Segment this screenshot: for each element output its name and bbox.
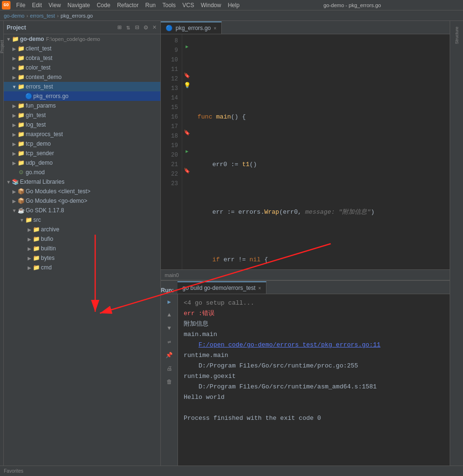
menu-code[interactable]: Code bbox=[94, 1, 113, 10]
toolbar-close-icon[interactable]: × bbox=[152, 23, 158, 32]
menu-vcs[interactable]: VCS bbox=[179, 1, 197, 10]
tree-bufio[interactable]: ▶ 📁 bufio bbox=[4, 234, 160, 244]
run-arrow-line9[interactable]: ▶ bbox=[183, 44, 191, 50]
play-button[interactable]: ▶ bbox=[164, 296, 175, 307]
favorites-label[interactable]: Favorites bbox=[4, 468, 23, 474]
left-sidebar-strip: Project bbox=[0, 21, 4, 466]
wrap-text-button[interactable]: ⇌ bbox=[164, 336, 175, 347]
term-line-1: <4 go setup call... bbox=[184, 298, 444, 308]
delete-button[interactable]: 🗑 bbox=[164, 376, 175, 387]
scroll-up-button[interactable]: ▲ bbox=[164, 309, 175, 321]
tree-external-libs[interactable]: ▼ 📚 External Libraries bbox=[4, 177, 160, 187]
project-tree: ▼ 📁 go-demo F:\open_code\go-demo ▶ 📁 cli… bbox=[4, 34, 160, 466]
bulb-line13[interactable]: 💡 bbox=[183, 82, 191, 89]
menu-refactor[interactable]: Refactor bbox=[114, 1, 141, 10]
editor-status-bar: main0 bbox=[161, 269, 450, 280]
run-label: Run: bbox=[161, 287, 174, 294]
term-line-10: Hello world bbox=[184, 392, 444, 403]
toolbar-collapse-icon[interactable]: ⊟ bbox=[134, 22, 140, 32]
tree-udp-demo[interactable]: ▶ 📁 udp_demo bbox=[4, 158, 160, 168]
bottom-tab-label: go build go-demo/errors_test bbox=[182, 285, 255, 291]
tree-log-test[interactable]: ▶ 📁 log_test bbox=[4, 120, 160, 129]
menu-window[interactable]: Window bbox=[198, 1, 224, 10]
bottom-tabs: Run: go build go-demo/errors_test × bbox=[161, 281, 450, 294]
breadcrumb-current-file: pkg_errors.go bbox=[60, 13, 93, 19]
menu-help[interactable]: Help bbox=[225, 1, 243, 10]
menu-edit[interactable]: Edit bbox=[29, 1, 45, 10]
bottom-content: ▶ ▲ ▼ ⇌ 📌 🖨 🗑 <4 go setup call... err :错… bbox=[161, 294, 450, 466]
code-line-12: if err != nil { bbox=[197, 255, 450, 265]
menu-view[interactable]: View bbox=[46, 1, 64, 10]
tree-go-sdk[interactable]: ▼ ☕ Go SDK 1.17.8 bbox=[4, 206, 160, 215]
structure-icon[interactable]: Structure bbox=[453, 23, 461, 48]
tree-archive[interactable]: ▶ 📁 archive bbox=[4, 225, 160, 234]
menu-run[interactable]: Run bbox=[142, 1, 158, 10]
term-line-2: err :错误 bbox=[184, 308, 444, 319]
scroll-down-button[interactable]: ▼ bbox=[164, 323, 175, 334]
term-line-6: runtime.main bbox=[184, 350, 444, 361]
window-title: go-demo - pkg_errors.go bbox=[324, 2, 381, 8]
app-logo: GO bbox=[2, 1, 10, 10]
menu-tools[interactable]: Tools bbox=[159, 1, 178, 10]
code-line-10: err0 := t1 () bbox=[197, 160, 450, 169]
project-panel-title: Project bbox=[7, 24, 26, 31]
term-line-12: Process finished with the exit code 0 bbox=[184, 413, 444, 424]
main-content: Project Project ⊞ ⇅ ⊟ ⚙ × ▼ 📁 go-demo bbox=[0, 21, 463, 466]
toolbar-settings-icon[interactable]: ⊞ bbox=[117, 22, 122, 32]
bottom-tab-close-icon[interactable]: × bbox=[258, 286, 261, 291]
tree-cmd[interactable]: ▶ 📁 cmd bbox=[4, 263, 160, 272]
favorites-strip: Favorites bbox=[0, 466, 463, 476]
file-link[interactable]: F:/open_code/go-demo/errors_test/pkg_err… bbox=[198, 341, 380, 348]
project-panel: Project ⊞ ⇅ ⊟ ⚙ × ▼ 📁 go-demo F:\open_co… bbox=[4, 21, 161, 466]
tree-go-modules-client[interactable]: ▶ 📦 Go Modules <client_test> bbox=[4, 187, 160, 196]
term-line-5[interactable]: F:/open_code/go-demo/errors_test/pkg_err… bbox=[184, 340, 444, 350]
bottom-run-tab[interactable]: go build go-demo/errors_test × bbox=[177, 281, 266, 294]
tree-root[interactable]: ▼ 📁 go-demo F:\open_code\go-demo bbox=[4, 34, 160, 44]
pin-button[interactable]: 📌 bbox=[164, 349, 175, 361]
term-error-text: err :错误 bbox=[184, 310, 215, 317]
menu-file[interactable]: File bbox=[13, 1, 28, 10]
project-sidebar-label[interactable]: Project bbox=[0, 40, 4, 53]
tree-maxprocs-test[interactable]: ▶ 📁 maxprocs_test bbox=[4, 129, 160, 139]
code-line-8 bbox=[197, 65, 450, 74]
print-button[interactable]: 🖨 bbox=[164, 363, 175, 374]
tree-errors-test[interactable]: ▼ 📁 errors_test bbox=[4, 82, 160, 91]
editor-tab-close[interactable]: × bbox=[214, 26, 217, 31]
tree-go-mod[interactable]: ⚙ go.mod bbox=[4, 168, 160, 177]
tree-go-modules-demo[interactable]: ▶ 📦 Go Modules <go-demo> bbox=[4, 196, 160, 206]
editor-tab-label: pkg_errors.go bbox=[176, 25, 211, 31]
run-arrow-line20[interactable]: ▶ bbox=[183, 149, 191, 154]
breadcrumb-go-demo[interactable]: go-demo bbox=[4, 13, 24, 19]
editor-tab-pkg-errors[interactable]: 🔵 pkg_errors.go × bbox=[161, 21, 222, 34]
terminal-output: <4 go setup call... err :错误 附加信息 main.ma… bbox=[178, 294, 450, 466]
bookmark-line12: 🔖 bbox=[183, 72, 191, 79]
app-window: GO File Edit View Navigate Code Refactor… bbox=[0, 0, 463, 476]
code-line-9: func main () { bbox=[197, 112, 450, 122]
term-line-3: 附加信息 bbox=[184, 319, 444, 329]
tree-client-test[interactable]: ▶ 📁 client_test bbox=[4, 44, 160, 53]
tree-color-test[interactable]: ▶ 📁 color_test bbox=[4, 63, 160, 72]
right-strip: Structure bbox=[450, 21, 463, 466]
tree-tcp-demo[interactable]: ▶ 📁 tcp_demo bbox=[4, 139, 160, 149]
tree-pkg-errors-go[interactable]: 🔵 pkg_errors.go bbox=[4, 91, 160, 101]
tree-tcp-sender[interactable]: ▶ 📁 tcp_sender bbox=[4, 149, 160, 158]
code-editor[interactable]: 8 9 10 11 12 13 14 15 16 17 18 19 20 21 … bbox=[161, 34, 450, 269]
tree-src[interactable]: ▼ 📁 src bbox=[4, 215, 160, 225]
tree-gin-test[interactable]: ▶ 📁 gin_test bbox=[4, 110, 160, 120]
tree-context-demo[interactable]: ▶ 📁 context_demo bbox=[4, 72, 160, 82]
menu-navigate[interactable]: Navigate bbox=[65, 1, 93, 10]
breadcrumb-errors-test[interactable]: errors_test bbox=[30, 13, 55, 19]
bookmark-line22: 🔖 bbox=[183, 168, 191, 174]
tree-fun-params[interactable]: ▶ 📁 fun_params bbox=[4, 101, 160, 110]
term-line-7: D:/Program Files/Go/src/runtime/proc.go:… bbox=[184, 361, 444, 371]
term-line-8: runtime.goexit bbox=[184, 371, 444, 382]
toolbar-sort-icon[interactable]: ⇅ bbox=[125, 22, 131, 32]
tree-bytes[interactable]: ▶ 📁 bytes bbox=[4, 253, 160, 263]
code-content[interactable]: func main () { err0 := t1 () bbox=[192, 34, 450, 269]
tree-cobra-test[interactable]: ▶ 📁 cobra_test bbox=[4, 53, 160, 63]
term-line-4: main.main bbox=[184, 329, 444, 340]
tree-builtin[interactable]: ▶ 📁 builtin bbox=[4, 244, 160, 253]
bottom-panel: Run: go build go-demo/errors_test × ▶ ▲ … bbox=[161, 280, 450, 466]
toolbar-gear-icon[interactable]: ⚙ bbox=[143, 22, 148, 32]
editor-area: 🔵 pkg_errors.go × 8 9 10 11 12 13 14 15 … bbox=[161, 21, 450, 466]
